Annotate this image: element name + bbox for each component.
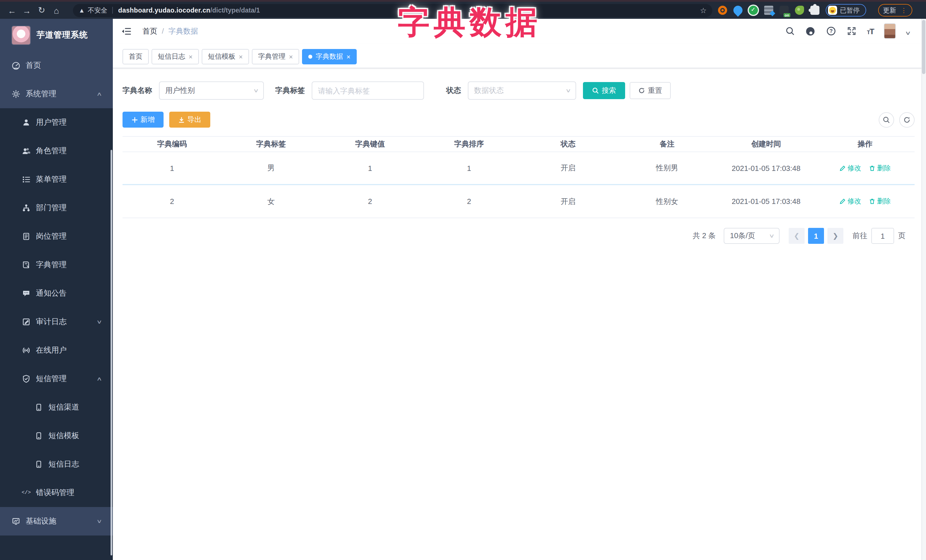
sidebar-item-notices[interactable]: 通知公告 <box>0 279 113 308</box>
sidebar-item-audit-log[interactable]: 审计日志 ∨ <box>0 308 113 336</box>
add-button[interactable]: 新增 <box>123 112 163 128</box>
sidebar-item-system[interactable]: 系统管理 ∧ <box>0 80 113 108</box>
edit-link[interactable]: 修改 <box>840 163 861 173</box>
trash-icon <box>869 198 875 205</box>
chevron-up-icon: ∧ <box>97 91 103 97</box>
close-icon[interactable]: × <box>346 53 351 61</box>
extension-drop-icon[interactable] <box>731 4 744 17</box>
sidebar-item-infrastructure[interactable]: 基础设施 ∨ <box>0 507 113 536</box>
sidebar-scrollbar[interactable] <box>110 150 112 555</box>
export-button-label: 导出 <box>187 115 201 124</box>
sidebar-item-home[interactable]: 首页 <box>0 51 113 80</box>
page-size-select[interactable]: 10条/页 ∨ <box>724 228 779 244</box>
close-icon[interactable]: × <box>289 53 293 61</box>
kebab-menu-icon[interactable]: ⋮ <box>901 6 907 14</box>
app-logo-row[interactable]: 芋道管理系统 <box>0 19 113 51</box>
sidebar-item-sms-channel[interactable]: 短信渠道 <box>0 393 113 421</box>
paused-extension-pill[interactable]: 已暂停 <box>826 4 866 17</box>
chevron-down-icon[interactable]: ∨ <box>905 30 911 36</box>
pencil-icon <box>840 165 846 171</box>
sidebar-item-label: 在线用户 <box>36 345 67 355</box>
tab-home[interactable]: 首页 <box>123 49 149 64</box>
extension-on-icon[interactable]: on <box>779 6 789 15</box>
extension-check-icon[interactable] <box>749 6 758 15</box>
extension-sprout-icon[interactable] <box>795 6 804 15</box>
browser-forward-icon[interactable]: → <box>20 5 34 15</box>
tab-label: 短信日志 <box>158 52 185 62</box>
browser-update-button[interactable]: 更新 ⋮ <box>878 4 912 17</box>
table-row[interactable]: 2 女 2 2 开启 性别女 2021-01-05 17:03:48 修改 删除 <box>123 185 915 218</box>
address-bar[interactable]: ▲ 不安全 dashboard.yudao.iocoder.cn /dict/t… <box>73 4 712 17</box>
sidebar-item-label: 角色管理 <box>36 146 67 156</box>
sidebar: 芋道管理系统 首页 系统管理 ∧ 用户管理 <box>0 19 113 560</box>
cell-label: 女 <box>222 196 321 207</box>
extensions-puzzle-icon[interactable] <box>810 6 819 15</box>
edit-link[interactable]: 修改 <box>840 196 861 206</box>
dict-label-label: 字典标签 <box>275 86 305 96</box>
sidebar-item-sms-template[interactable]: 短信模板 <box>0 421 113 450</box>
delete-link[interactable]: 删除 <box>869 163 891 173</box>
goto-page-input[interactable] <box>871 228 894 244</box>
toggle-search-button[interactable] <box>879 112 894 127</box>
search-button[interactable]: 搜索 <box>583 82 625 99</box>
window-scrollbar[interactable] <box>921 19 926 560</box>
cell-value: 2 <box>321 197 420 206</box>
sidebar-item-posts[interactable]: 岗位管理 <box>0 222 113 251</box>
sidebar-item-label: 通知公告 <box>36 288 67 299</box>
browser-back-icon[interactable]: ← <box>5 5 20 15</box>
dict-label-input[interactable] <box>312 82 424 100</box>
tab-dict-manage[interactable]: 字典管理 × <box>252 49 299 64</box>
sidebar-item-sms[interactable]: 短信管理 ∧ <box>0 365 113 393</box>
sidebar-item-departments[interactable]: 部门管理 <box>0 194 113 222</box>
next-page-button[interactable]: ❯ <box>828 228 843 244</box>
export-button[interactable]: 导出 <box>169 112 210 128</box>
browser-reload-icon[interactable]: ↻ <box>34 5 49 15</box>
tab-sms-template[interactable]: 短信模板 × <box>202 49 249 64</box>
table-header-row: 字典编码 字典标签 字典键值 字典排序 状态 备注 创建时间 操作 <box>123 137 915 152</box>
refresh-button[interactable] <box>899 112 915 127</box>
sidebar-item-label: 部门管理 <box>36 203 67 213</box>
sidebar-item-users[interactable]: 用户管理 <box>0 108 113 137</box>
sidebar-item-online-users[interactable]: 在线用户 <box>0 336 113 365</box>
help-icon[interactable]: ? <box>826 26 836 36</box>
sidebar-fold-icon[interactable] <box>121 25 132 37</box>
active-dot-icon <box>308 55 312 59</box>
search-icon[interactable] <box>785 26 795 36</box>
font-size-icon[interactable]: TT <box>867 27 874 36</box>
browser-home-icon[interactable]: ⌂ <box>49 5 64 15</box>
tab-sms-log[interactable]: 短信日志 × <box>151 49 199 64</box>
sidebar-item-roles[interactable]: 角色管理 <box>0 137 113 165</box>
dict-name-select[interactable]: 用户性别 ∨ <box>159 82 264 100</box>
users-icon <box>22 146 31 155</box>
table-row[interactable]: 1 男 1 1 开启 性别男 2021-01-05 17:03:48 修改 删除 <box>123 152 915 185</box>
avatar[interactable] <box>884 23 896 39</box>
status-select[interactable]: 数据状态 ∨ <box>468 82 576 100</box>
reset-button[interactable]: 重置 <box>630 82 671 99</box>
sidebar-item-menus[interactable]: 菜单管理 <box>0 165 113 194</box>
current-page[interactable]: 1 <box>808 228 824 244</box>
online-signal-icon <box>22 346 31 355</box>
emoji-face-icon <box>828 6 837 15</box>
sidebar-item-dict[interactable]: 字典管理 <box>0 251 113 279</box>
github-icon[interactable] <box>805 26 816 36</box>
sidebar-item-label: 短信模板 <box>48 431 79 441</box>
close-icon[interactable]: × <box>189 53 193 61</box>
fullscreen-icon[interactable] <box>846 26 857 36</box>
prev-page-button[interactable]: ❮ <box>789 228 805 244</box>
org-tree-icon <box>22 203 31 213</box>
sidebar-item-sms-log[interactable]: 短信日志 <box>0 450 113 478</box>
sidebar-item-label: 字典管理 <box>36 260 67 270</box>
extension-orange-icon[interactable] <box>718 6 727 15</box>
delete-link[interactable]: 删除 <box>869 196 891 206</box>
close-icon[interactable]: × <box>239 53 243 61</box>
sidebar-item-error-codes[interactable]: </> 错误码管理 <box>0 478 113 507</box>
scrollbar-thumb[interactable] <box>922 20 925 74</box>
cell-code: 2 <box>123 197 222 206</box>
breadcrumb-home[interactable]: 首页 <box>142 26 157 36</box>
extension-bars-icon[interactable] <box>764 6 773 15</box>
bookmark-star-icon[interactable]: ☆ <box>700 6 707 15</box>
paused-label: 已暂停 <box>840 6 859 15</box>
security-label[interactable]: 不安全 <box>88 6 107 15</box>
tab-dict-data[interactable]: 字典数据 × <box>302 49 357 64</box>
pencil-icon <box>840 198 846 205</box>
